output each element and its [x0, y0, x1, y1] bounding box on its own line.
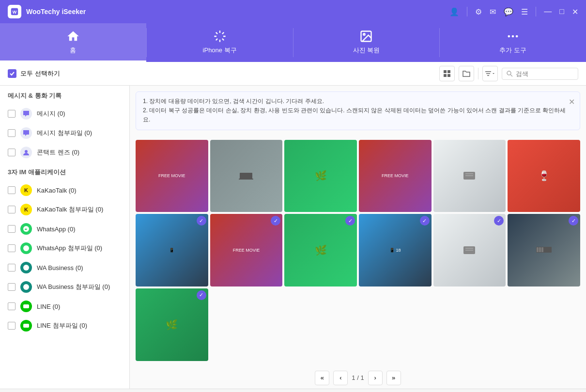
svg-rect-8 [447, 70, 450, 73]
last-page-button[interactable]: » [386, 371, 401, 385]
line-att-checkbox[interactable] [8, 322, 15, 330]
svg-rect-7 [444, 70, 447, 73]
tab-photo[interactable]: 사진 복원 [293, 23, 440, 62]
photo-item-11[interactable]: ✓ [433, 214, 506, 286]
wa-business-att-label: WA Business 첨부파일 (0) [37, 283, 110, 291]
page-info: 1 / 1 [352, 374, 364, 381]
folder-button[interactable] [459, 66, 474, 81]
select-all-checkbox[interactable] [8, 69, 16, 78]
close-button[interactable]: ✕ [572, 7, 578, 16]
whatsapp-att-checkbox[interactable] [8, 244, 15, 252]
bottom-bar: 장치에서 복구하기 컴퓨터에서 복구하기 [0, 389, 586, 392]
kakaotalk-icon: K [20, 184, 32, 196]
whatsapp-icon [20, 223, 32, 235]
menu-icon[interactable]: ☰ [521, 7, 528, 16]
kakaotalk-label: KaKaoTalk (0) [37, 187, 77, 194]
kakaotalk-att-icon: K [20, 204, 32, 215]
photo-item-1[interactable]: FREE MOVIE [136, 140, 208, 212]
tab-home[interactable]: 홈 [0, 23, 146, 62]
kakaotalk-checkbox[interactable] [8, 186, 15, 194]
notification-banner: 1. 장치에 대용량 데이터가 있으면, 검색 시간이 깁니다. 기다려 주세요… [136, 91, 580, 130]
svg-point-14 [507, 71, 511, 75]
mail-icon[interactable]: ✉ [490, 7, 496, 16]
sidebar-item-whatsapp-att[interactable]: WhatsApp 첨부파일 (0) [0, 239, 129, 258]
message-att-checkbox[interactable] [8, 129, 15, 137]
prev-page-button[interactable]: ‹ [333, 371, 348, 385]
sidebar-item-line[interactable]: LINE (0) [0, 297, 129, 316]
photo-item-13[interactable]: 🌿 ✓ [136, 288, 208, 361]
tab-home-label: 홈 [70, 46, 76, 55]
wa-business-att-icon [20, 281, 32, 293]
line-icon [20, 301, 32, 312]
photo-item-5[interactable] [433, 140, 506, 212]
messages-checkbox[interactable] [8, 110, 15, 118]
photo-item-7[interactable]: 📱 ✓ [136, 214, 208, 286]
whatsapp-checkbox[interactable] [8, 225, 15, 233]
tab-iphone-label: iPhone 복구 [203, 46, 237, 55]
sidebar-item-wa-business[interactable]: WA Business (0) [0, 258, 129, 277]
notification-close-button[interactable]: ✕ [569, 96, 575, 108]
select-all-container[interactable]: 모두 선택하기 [8, 69, 60, 78]
sidebar-item-messages[interactable]: 메시지 (0) [0, 104, 129, 123]
whatsapp-att-icon [20, 242, 32, 254]
photo-item-3[interactable]: 🌿 [284, 140, 357, 212]
photo-item-2[interactable] [210, 140, 283, 212]
next-page-button[interactable]: › [368, 371, 383, 385]
line-checkbox[interactable] [8, 302, 15, 310]
wa-business-label: WA Business (0) [37, 264, 83, 271]
svg-rect-9 [444, 74, 447, 77]
chat-icon[interactable]: 💬 [504, 7, 513, 16]
contacts-checkbox[interactable] [8, 149, 15, 156]
photo-item-6[interactable]: 🍷 [508, 140, 580, 212]
photo-item-8[interactable]: FREE MOVIE ✓ [210, 214, 283, 286]
wa-business-checkbox[interactable] [8, 264, 15, 271]
sidebar-item-line-att[interactable]: LINE 첨부파일 (0) [0, 316, 129, 335]
photo-item-4[interactable]: FREE MOVIE [359, 140, 432, 212]
wa-business-att-checkbox[interactable] [8, 283, 15, 291]
person-icon[interactable]: 👤 [449, 7, 459, 16]
tab-tools-label: 추가 도구 [499, 46, 526, 55]
svg-rect-32 [537, 247, 539, 252]
sidebar-item-kakaotalk[interactable]: K KaKaoTalk (0) [0, 181, 129, 200]
first-page-button[interactable]: « [315, 371, 329, 385]
svg-point-20 [23, 284, 29, 290]
sidebar-item-kakaotalk-att[interactable]: K KaKaoTalk 첨부파일 (0) [0, 200, 129, 219]
line-label: LINE (0) [37, 303, 60, 310]
photo-item-12[interactable]: ✓ [508, 214, 580, 286]
kakaotalk-att-checkbox[interactable] [8, 206, 15, 213]
line-att-icon [20, 320, 32, 332]
contacts-icon [20, 147, 32, 158]
svg-line-15 [510, 75, 512, 76]
svg-point-16 [25, 150, 28, 153]
sidebar-item-message-attachments[interactable]: 메시지 첨부파일 (0) [0, 123, 129, 143]
photo-item-10[interactable]: 📱 18 ✓ [359, 214, 432, 286]
svg-point-4 [508, 35, 510, 37]
svg-rect-22 [23, 324, 29, 328]
sidebar-section-3rdparty: 3자 IM 애플리케이션 [0, 162, 129, 181]
tab-tools[interactable]: 추가 도구 [440, 23, 586, 62]
sidebar-item-whatsapp[interactable]: WhatsApp (0) [0, 219, 129, 239]
photo-grid: FREE MOVIE 🌿 FREE MOVIE [130, 136, 586, 365]
app-title: WooTechy iSeeker [26, 8, 449, 15]
sidebar-item-contacts[interactable]: 콘택트 렌즈 (0) [0, 143, 129, 162]
svg-text:W: W [13, 10, 17, 15]
content-area: 1. 장치에 대용량 데이터가 있으면, 검색 시간이 깁니다. 기다려 주세요… [130, 86, 586, 389]
tab-iphone[interactable]: iPhone 복구 [147, 23, 293, 62]
select-all-label: 모두 선택하기 [20, 69, 60, 78]
svg-point-5 [512, 35, 514, 37]
tab-photo-label: 사진 복원 [353, 46, 380, 55]
photo-check-10: ✓ [420, 216, 430, 226]
search-box[interactable] [502, 68, 578, 80]
minimize-button[interactable]: — [544, 7, 552, 16]
maximize-button[interactable]: □ [559, 7, 564, 16]
contacts-label: 콘택트 렌즈 (0) [37, 148, 79, 157]
nav-tabs: 홈 iPhone 복구 사진 복원 추가 도구 [0, 23, 586, 62]
settings-icon[interactable]: ⚙ [475, 7, 482, 16]
whatsapp-att-label: WhatsApp 첨부파일 (0) [37, 244, 102, 253]
notification-line2: 2. 데이터 복구 성공률은 데이터 손실, 장치 환경, 사용 빈도와 관련이… [143, 106, 573, 124]
filter-button[interactable] [482, 66, 498, 81]
grid-view-button[interactable] [439, 66, 455, 81]
search-input[interactable] [516, 70, 574, 77]
sidebar-item-wa-business-att[interactable]: WA Business 첨부파일 (0) [0, 277, 129, 297]
photo-item-9[interactable]: 🌿 ✓ [284, 214, 357, 286]
